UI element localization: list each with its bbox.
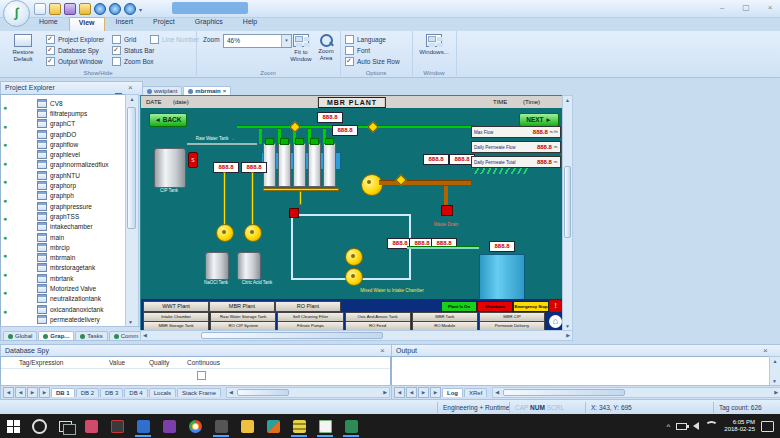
taskbar-app-3[interactable] bbox=[130, 415, 156, 437]
tab-scroll-first[interactable]: ◀ bbox=[3, 387, 14, 398]
explorer-tab[interactable]: Tasks bbox=[75, 331, 107, 340]
tree-item[interactable]: neutralizationtank bbox=[1, 294, 126, 304]
screen-canvas-mbrmain[interactable]: DATE (date) MBR PLANT TIME (Time) ◄ BACK… bbox=[140, 95, 564, 332]
shutdown-button[interactable]: Shutdown bbox=[477, 301, 513, 312]
tabstrip-scrollbar[interactable]: ◀ ▶ bbox=[492, 387, 780, 398]
continuous-checkbox[interactable] bbox=[197, 371, 206, 380]
tree-item[interactable]: graphCT bbox=[1, 119, 126, 129]
explorer-tab[interactable]: Global bbox=[3, 331, 37, 340]
tree-item[interactable]: permeatedelivery bbox=[1, 314, 126, 324]
ribbon-tab[interactable]: Project bbox=[144, 17, 184, 31]
home-icon[interactable]: ⌂ bbox=[549, 315, 562, 328]
database-spy-tab[interactable]: DB 4 bbox=[124, 388, 147, 397]
battery-icon[interactable] bbox=[676, 423, 687, 430]
plant-status-button[interactable]: Plant Is On bbox=[441, 301, 477, 312]
ribbon-tab[interactable]: Insert bbox=[107, 17, 143, 31]
qat-dropdown-icon[interactable]: ▾ bbox=[139, 6, 142, 13]
maximize-button[interactable]: ▢ bbox=[736, 2, 756, 13]
new-document-icon[interactable] bbox=[34, 3, 46, 15]
panel-close-icon[interactable]: × bbox=[128, 84, 133, 92]
taskbar-app-5[interactable] bbox=[208, 415, 234, 437]
database-spy-tab[interactable]: DB 1 bbox=[51, 388, 75, 397]
restore-default-button[interactable]: Restore Default bbox=[5, 34, 41, 63]
taskbar-app-9[interactable] bbox=[338, 415, 364, 437]
stop-icon[interactable] bbox=[109, 3, 121, 15]
column-header[interactable]: Tag/Expression bbox=[1, 359, 109, 366]
ribbon-tab[interactable]: Help bbox=[234, 17, 266, 31]
output-tab[interactable]: Log bbox=[442, 388, 463, 397]
tab-scroll-last[interactable]: ▶ bbox=[39, 387, 50, 398]
panel-close-icon[interactable]: × bbox=[380, 347, 385, 355]
tree-item[interactable]: intakechamber bbox=[1, 222, 126, 232]
canvas-hscrollbar[interactable]: ◀ ▶ bbox=[140, 330, 573, 341]
output-tab[interactable]: XRef bbox=[464, 388, 487, 397]
explorer-scrollbar[interactable]: ▲ ▼ bbox=[125, 94, 139, 328]
tree-item[interactable]: graphorp bbox=[1, 180, 126, 190]
column-header[interactable]: Quality bbox=[149, 359, 187, 366]
show-hide-checkbox[interactable]: Database Spy bbox=[46, 45, 104, 56]
column-header[interactable]: Value bbox=[109, 359, 149, 366]
tree-item[interactable]: graphNTU bbox=[1, 170, 126, 180]
close-button[interactable]: × bbox=[760, 2, 780, 13]
tree-item[interactable]: mbrmain bbox=[1, 252, 126, 262]
app-logo-icon[interactable]: ∫ bbox=[3, 0, 30, 27]
tabstrip-scrollbar[interactable]: ◀ ▶ bbox=[226, 387, 390, 398]
database-spy-tab[interactable]: DB 3 bbox=[100, 388, 123, 397]
help-icon[interactable] bbox=[124, 3, 136, 15]
tree-item[interactable]: graphph bbox=[1, 191, 126, 201]
task-view-icon[interactable] bbox=[52, 415, 78, 437]
database-spy-table[interactable]: Tag/Expression Value Quality Continuous bbox=[0, 356, 391, 387]
tab-scroll-left[interactable]: ◀ bbox=[15, 387, 26, 398]
taskbar-app-1[interactable] bbox=[78, 415, 104, 437]
alarm-icon[interactable]: ! bbox=[549, 300, 562, 312]
scroll-up-icon[interactable]: ▲ bbox=[126, 95, 138, 103]
cortana-search-icon[interactable] bbox=[26, 415, 52, 437]
minimize-button[interactable]: – bbox=[712, 2, 732, 13]
tree-item[interactable]: mbrstoragetank bbox=[1, 263, 126, 273]
start-button[interactable] bbox=[0, 415, 26, 437]
tab-scroll-last[interactable]: ▶ bbox=[430, 387, 441, 398]
options-item[interactable]: Font bbox=[345, 45, 400, 56]
ribbon-tab[interactable]: View bbox=[69, 17, 105, 31]
tree-item[interactable]: graphflow bbox=[1, 139, 126, 149]
wifi-icon[interactable] bbox=[705, 421, 718, 432]
tools-icon[interactable] bbox=[64, 3, 76, 15]
tray-chevron-icon[interactable]: ^ bbox=[667, 422, 671, 431]
tree-item[interactable]: graphlevel bbox=[1, 149, 126, 159]
next-button[interactable]: NEXT ► bbox=[519, 113, 559, 127]
show-hide-checkbox[interactable]: Status Bar bbox=[112, 45, 154, 56]
database-spy-tab[interactable]: Locals bbox=[149, 388, 176, 397]
ribbon-tab[interactable]: Graphics bbox=[186, 17, 232, 31]
output-scrollbar[interactable]: ▲ ▼ bbox=[769, 356, 780, 387]
show-hide-checkbox[interactable]: Zoom Box bbox=[112, 56, 154, 67]
tree-item[interactable]: graphTSS bbox=[1, 211, 126, 221]
explorer-tab[interactable]: Comm bbox=[109, 331, 144, 340]
tree-item[interactable]: main bbox=[1, 232, 126, 242]
options-item[interactable]: Language bbox=[345, 34, 400, 45]
tree-item[interactable]: mbrcip bbox=[1, 242, 126, 252]
scrollbar-thumb[interactable] bbox=[201, 332, 383, 339]
tab-scroll-first[interactable]: ◀ bbox=[394, 387, 405, 398]
tree-item[interactable]: mbrtank bbox=[1, 273, 126, 283]
show-hide-checkbox[interactable]: Grid bbox=[112, 34, 154, 45]
panel-close-icon[interactable]: × bbox=[763, 347, 768, 355]
taskbar-app-8[interactable] bbox=[312, 415, 338, 437]
nav-ro-plant[interactable]: RO Plant bbox=[275, 301, 341, 312]
canvas-vscrollbar[interactable]: ▲ ▼ bbox=[562, 95, 573, 332]
output-log-area[interactable] bbox=[391, 356, 771, 387]
taskbar-app-4[interactable] bbox=[156, 415, 182, 437]
options-item[interactable]: Auto Size Row bbox=[345, 56, 400, 67]
zoom-area-button[interactable]: Zoom Area bbox=[314, 34, 338, 62]
windows-button[interactable]: Windows... bbox=[418, 34, 450, 56]
column-header[interactable]: Continuous bbox=[187, 359, 220, 366]
ribbon-tab[interactable]: Home bbox=[30, 17, 67, 31]
tab-scroll-right[interactable]: ▶ bbox=[27, 387, 38, 398]
taskbar-chrome-icon[interactable] bbox=[182, 415, 208, 437]
show-hide-checkbox[interactable]: Line Number bbox=[150, 34, 199, 45]
tab-scroll-left[interactable]: ◀ bbox=[406, 387, 417, 398]
open-folder-icon[interactable] bbox=[49, 3, 61, 15]
database-spy-tab[interactable]: Stack Frame bbox=[177, 388, 221, 397]
doc-tab-mbrmain[interactable]: mbrmain × bbox=[183, 86, 231, 95]
show-hide-checkbox[interactable]: Output Window bbox=[46, 56, 104, 67]
save-icon[interactable] bbox=[79, 3, 91, 15]
